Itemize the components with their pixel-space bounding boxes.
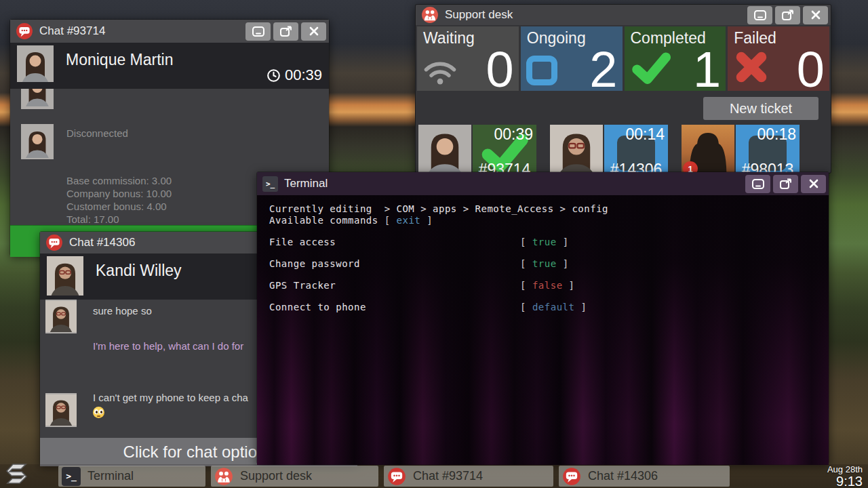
wifi-icon	[422, 58, 458, 85]
commission-line: Customer bonus: 4.00	[66, 200, 172, 213]
customer-name: Monique Martin	[66, 51, 174, 69]
customer-name: Kandi Willey	[96, 262, 182, 280]
popout-button[interactable]	[273, 22, 298, 41]
counter-label: Waiting	[423, 29, 475, 47]
chat-bubble-icon	[387, 467, 406, 486]
close-button[interactable]	[801, 175, 826, 193]
chat-bubble-icon	[562, 467, 581, 486]
taskbar-item-support-desk[interactable]: Support desk	[211, 466, 378, 487]
ticket-timer: 00:14	[625, 125, 665, 144]
support-desk-actions: New ticket	[416, 92, 831, 125]
terminal-setting-change-password: Change password [true]	[269, 258, 829, 270]
avatar-monique	[418, 125, 471, 174]
ticket-timer: 00:18	[757, 125, 796, 144]
setting-name: File access	[269, 237, 520, 248]
setting-name: GPS Tracker	[269, 280, 520, 291]
minimize-button[interactable]	[745, 175, 770, 193]
support-desk-icon	[214, 467, 233, 486]
clock-icon	[267, 68, 281, 83]
terminal-window: >_ Terminal Currently editing > COM > ap…	[256, 171, 829, 464]
taskbar: >_ Terminal Support desk Chat #93714 Cha…	[0, 464, 868, 488]
counter-completed: Completed 1	[625, 26, 726, 91]
window-title: Chat #93714	[39, 24, 105, 38]
start-logo[interactable]	[3, 460, 31, 487]
commission-line: Company bonus: 10.00	[66, 187, 172, 200]
ticket-status-tile: 00:18 #98013	[736, 125, 800, 174]
minimize-button[interactable]	[747, 6, 772, 24]
popout-button[interactable]	[773, 175, 798, 193]
ticket-14306[interactable]: 00:14 #14306	[550, 125, 668, 174]
system-time: 9:13	[827, 474, 863, 488]
flushed-emoji	[93, 407, 104, 421]
new-ticket-button[interactable]: New ticket	[703, 97, 818, 120]
close-button[interactable]	[301, 22, 326, 41]
counter-value: 2	[589, 45, 617, 95]
commission-line: Base commission: 3.00	[66, 174, 172, 187]
avatar-kandi	[45, 393, 77, 427]
avatar-monique-cut	[21, 89, 54, 109]
counter-failed: Failed 0	[728, 26, 829, 91]
ticket-93714[interactable]: 00:39 #93714	[418, 125, 536, 174]
window-title: Terminal	[284, 177, 328, 190]
close-button[interactable]	[803, 6, 828, 24]
counter-waiting: Waiting 0	[417, 26, 519, 91]
setting-value: default	[532, 302, 575, 313]
ongoing-window-icon	[526, 56, 557, 85]
ticket-status-tile: 00:14 #14306	[604, 125, 668, 174]
chat1-titlebar[interactable]: Chat #93714	[10, 20, 329, 43]
ticket-status-tile: 00:39 #93714	[473, 125, 536, 174]
counter-value: 0	[797, 45, 825, 95]
counter-value: 0	[486, 45, 514, 95]
ticket-counters: Waiting 0 Ongoing 2 Completed 1 Failed 0	[416, 25, 831, 92]
avatar-kandi	[47, 256, 83, 296]
counter-ongoing: Ongoing 2	[521, 26, 623, 91]
customer-message: I can't get my phone to keep a cha	[93, 392, 248, 403]
setting-name: Connect to phone	[269, 302, 520, 313]
avatar-kandi	[45, 300, 77, 333]
taskbar-item-chat-14306[interactable]: Chat #14306	[559, 466, 730, 487]
customer-message: sure hope so	[93, 305, 152, 317]
system-date: Aug 28th	[827, 465, 863, 474]
avatar-monique	[21, 124, 54, 159]
agent-message: I'm here to help, what can I do for	[93, 340, 243, 352]
checkmark-icon	[630, 50, 672, 85]
minimize-button[interactable]	[245, 22, 271, 41]
terminal-setting-file-access: File access [true]	[269, 237, 829, 248]
taskbar-item-chat-93714[interactable]: Chat #93714	[384, 466, 553, 487]
terminal-titlebar[interactable]: >_ Terminal	[257, 172, 829, 195]
chat-bubble-icon	[16, 22, 33, 40]
terminal-setting-connect-phone: Connect to phone [default]	[269, 302, 829, 313]
support-desk-icon	[421, 6, 439, 24]
counter-value: 1	[693, 45, 721, 95]
chat1-timer: 00:39	[267, 66, 322, 84]
chat1-customer-header: Monique Martin 00:39	[10, 43, 329, 89]
ticket-timer: 00:39	[494, 125, 533, 144]
support-desk-titlebar[interactable]: Support desk	[416, 5, 831, 25]
avatar-silhouette: 1	[682, 125, 734, 174]
window-title: Chat #14306	[69, 236, 135, 249]
x-mark-icon	[733, 49, 770, 85]
disconnected-message: Disconnected	[66, 127, 128, 139]
exit-command: exit	[397, 215, 421, 226]
setting-value: true	[532, 258, 557, 270]
terminal-commands-line: Available commands [ exit ]	[269, 215, 829, 226]
terminal-output: Currently editing > COM > apps > Remote_…	[257, 195, 829, 465]
commission-summary: Base commission: 3.00 Company bonus: 10.…	[66, 174, 172, 225]
counter-label: Ongoing	[527, 29, 586, 47]
terminal-setting-gps-tracker: GPS Tracker [false]	[269, 280, 829, 291]
ticket-98013[interactable]: 1 00:18 #98013	[682, 125, 800, 174]
setting-value: false	[532, 280, 563, 291]
terminal-icon: >_	[262, 176, 278, 192]
terminal-icon: >_	[62, 467, 81, 486]
avatar-monique	[17, 45, 54, 82]
setting-value: true	[532, 237, 557, 248]
window-title: Support desk	[445, 8, 513, 22]
counter-label: Failed	[734, 29, 776, 47]
chat-bubble-icon	[45, 234, 63, 251]
setting-name: Change password	[269, 258, 520, 270]
commands-prefix: Available commands	[269, 215, 378, 226]
taskbar-item-terminal[interactable]: >_ Terminal	[58, 466, 205, 487]
timer-value: 00:39	[285, 66, 322, 84]
popout-button[interactable]	[775, 6, 800, 24]
ticket-list: 00:39 #93714 00:14 #14306 1 00:18 #98013	[416, 125, 831, 174]
